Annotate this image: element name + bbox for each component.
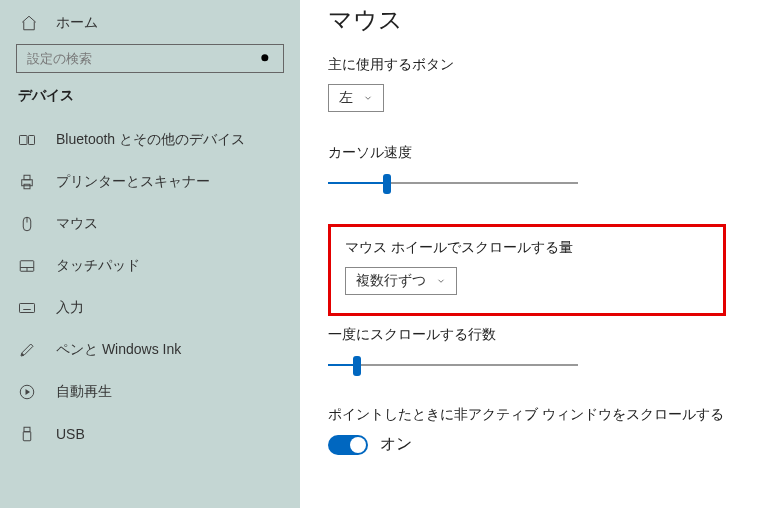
svg-rect-21 [24, 427, 30, 432]
lines-slider[interactable] [328, 354, 578, 378]
sidebar-item-label: Bluetooth とその他のデバイス [56, 131, 245, 149]
home-icon [20, 14, 38, 32]
primary-button-select[interactable]: 左 [328, 84, 384, 112]
sidebar-item-label: プリンターとスキャナー [56, 173, 210, 191]
svg-rect-3 [29, 136, 35, 145]
sidebar-item-typing[interactable]: 入力 [0, 287, 300, 329]
keyboard-icon [18, 299, 36, 317]
sidebar-item-label: タッチパッド [56, 257, 140, 275]
svg-point-0 [261, 54, 268, 61]
svg-marker-20 [26, 389, 31, 395]
sidebar-item-label: 自動再生 [56, 383, 112, 401]
search-box[interactable] [16, 44, 284, 73]
inactive-scroll-row: オン [328, 434, 740, 455]
svg-rect-2 [20, 136, 28, 145]
usb-icon [18, 425, 36, 443]
inactive-scroll-label: ポイントしたときに非アクティブ ウィンドウをスクロールする [328, 406, 740, 424]
sidebar: ホーム デバイス Bluetooth とその他のデバイス プリンターとスキャナー… [0, 0, 300, 508]
svg-point-18 [22, 354, 24, 356]
slider-thumb[interactable] [383, 174, 391, 194]
search-icon [259, 52, 273, 66]
slider-fill [328, 182, 383, 184]
svg-rect-22 [23, 432, 31, 441]
svg-rect-6 [24, 184, 30, 189]
sidebar-item-label: ペンと Windows Ink [56, 341, 181, 359]
search-container [0, 44, 300, 87]
primary-button-label: 主に使用するボタン [328, 56, 740, 74]
section-title: デバイス [0, 87, 300, 119]
scroll-amount-value: 複数行ずつ [356, 272, 426, 290]
slider-thumb[interactable] [353, 356, 361, 376]
bluetooth-devices-icon [18, 131, 36, 149]
sidebar-item-bluetooth[interactable]: Bluetooth とその他のデバイス [0, 119, 300, 161]
sidebar-item-touchpad[interactable]: タッチパッド [0, 245, 300, 287]
page-title: マウス [328, 4, 740, 36]
highlight-annotation: マウス ホイールでスクロールする量 複数行ずつ [328, 224, 726, 316]
touchpad-icon [18, 257, 36, 275]
sidebar-item-usb[interactable]: USB [0, 413, 300, 455]
svg-rect-4 [22, 180, 33, 186]
primary-button-value: 左 [339, 89, 353, 107]
home-label: ホーム [56, 14, 98, 32]
svg-rect-12 [20, 304, 35, 313]
cursor-speed-label: カーソル速度 [328, 144, 740, 162]
sidebar-item-label: USB [56, 426, 85, 442]
mouse-icon [18, 215, 36, 233]
autoplay-icon [18, 383, 36, 401]
slider-track [328, 364, 578, 366]
sidebar-item-label: 入力 [56, 299, 84, 317]
lines-label: 一度にスクロールする行数 [328, 326, 740, 344]
pen-icon [18, 341, 36, 359]
scroll-amount-select[interactable]: 複数行ずつ [345, 267, 457, 295]
main-content: マウス 主に使用するボタン 左 カーソル速度 マウス ホイールでスクロールする量… [300, 0, 768, 508]
home-link[interactable]: ホーム [0, 8, 300, 44]
chevron-down-icon [363, 90, 373, 106]
inactive-scroll-value: オン [380, 434, 412, 455]
chevron-down-icon [436, 273, 446, 289]
svg-rect-5 [24, 175, 30, 180]
printer-icon [18, 173, 36, 191]
sidebar-item-pen[interactable]: ペンと Windows Ink [0, 329, 300, 371]
sidebar-item-printers[interactable]: プリンターとスキャナー [0, 161, 300, 203]
svg-line-1 [268, 60, 272, 64]
cursor-speed-slider[interactable] [328, 172, 578, 196]
sidebar-item-mouse[interactable]: マウス [0, 203, 300, 245]
search-input[interactable] [27, 51, 259, 66]
sidebar-item-autoplay[interactable]: 自動再生 [0, 371, 300, 413]
sidebar-item-label: マウス [56, 215, 98, 233]
inactive-scroll-toggle[interactable] [328, 435, 368, 455]
scroll-amount-label: マウス ホイールでスクロールする量 [345, 239, 573, 257]
slider-fill [328, 364, 353, 366]
